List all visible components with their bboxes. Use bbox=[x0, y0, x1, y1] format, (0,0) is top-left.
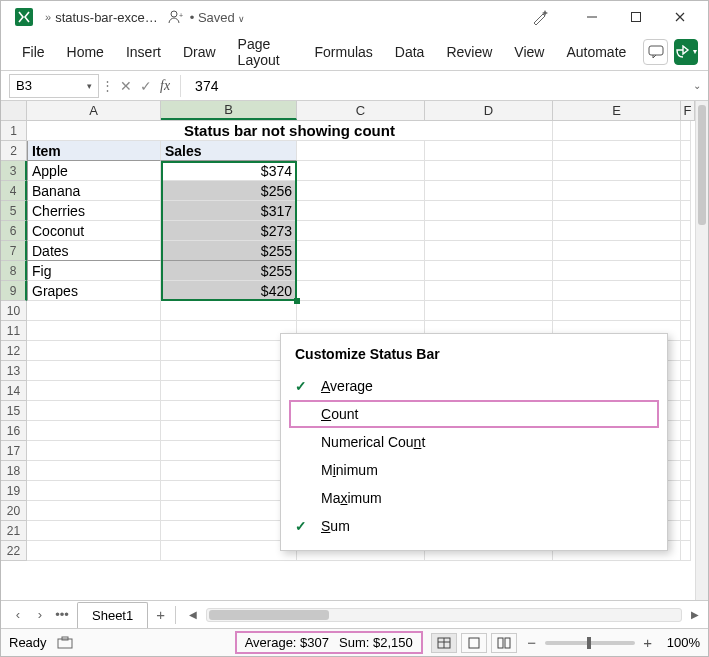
cell[interactable] bbox=[425, 281, 553, 301]
cell[interactable] bbox=[681, 201, 691, 221]
tab-draw[interactable]: Draw bbox=[172, 38, 227, 66]
cell[interactable] bbox=[297, 181, 425, 201]
cell[interactable] bbox=[297, 301, 425, 321]
cell[interactable] bbox=[297, 241, 425, 261]
cell[interactable] bbox=[27, 501, 161, 521]
col-header-f[interactable]: F bbox=[681, 101, 695, 120]
cell[interactable]: Sales bbox=[161, 141, 297, 161]
row-header[interactable]: 13 bbox=[1, 361, 27, 381]
col-header-b[interactable]: B bbox=[161, 101, 297, 120]
menu-item[interactable]: Maximum bbox=[281, 484, 667, 512]
cell[interactable] bbox=[681, 541, 691, 561]
cell[interactable] bbox=[553, 161, 681, 181]
row-header[interactable]: 8 bbox=[1, 261, 27, 281]
cell[interactable] bbox=[553, 121, 681, 141]
cell[interactable]: Fig bbox=[27, 261, 161, 281]
cell[interactable] bbox=[681, 401, 691, 421]
cell[interactable] bbox=[27, 461, 161, 481]
cell[interactable] bbox=[681, 161, 691, 181]
tab-home[interactable]: Home bbox=[56, 38, 115, 66]
row-header[interactable]: 17 bbox=[1, 441, 27, 461]
cell[interactable]: Item bbox=[27, 141, 161, 161]
menu-item[interactable]: Numerical Count bbox=[281, 428, 667, 456]
cell[interactable] bbox=[27, 321, 161, 341]
cell[interactable] bbox=[27, 341, 161, 361]
vertical-scrollbar[interactable] bbox=[695, 101, 708, 600]
row-header[interactable]: 7 bbox=[1, 241, 27, 261]
cell[interactable] bbox=[681, 461, 691, 481]
col-header-e[interactable]: E bbox=[553, 101, 681, 120]
cell[interactable] bbox=[553, 261, 681, 281]
cell[interactable]: Grapes bbox=[27, 281, 161, 301]
cell[interactable] bbox=[681, 421, 691, 441]
cell[interactable] bbox=[161, 441, 297, 461]
scroll-right-icon[interactable]: ▶ bbox=[688, 609, 702, 620]
page-break-view-button[interactable] bbox=[491, 633, 517, 653]
cell[interactable] bbox=[27, 521, 161, 541]
minimize-button[interactable] bbox=[570, 3, 614, 31]
row-header[interactable]: 12 bbox=[1, 341, 27, 361]
row-header[interactable]: 4 bbox=[1, 181, 27, 201]
menu-item[interactable]: ✓Sum bbox=[281, 512, 667, 540]
cell[interactable] bbox=[161, 481, 297, 501]
cell[interactable] bbox=[161, 381, 297, 401]
magic-brush-icon[interactable] bbox=[518, 3, 562, 31]
tab-page-layout[interactable]: Page Layout bbox=[227, 30, 304, 74]
zoom-out-button[interactable]: − bbox=[525, 634, 539, 651]
cell[interactable] bbox=[681, 261, 691, 281]
cell[interactable]: Dates bbox=[27, 241, 161, 261]
cell[interactable] bbox=[425, 141, 553, 161]
tab-file[interactable]: File bbox=[11, 38, 56, 66]
cell[interactable] bbox=[27, 381, 161, 401]
row-header[interactable]: 6 bbox=[1, 221, 27, 241]
scroll-left-icon[interactable]: ◀ bbox=[186, 609, 200, 620]
cell[interactable] bbox=[681, 341, 691, 361]
select-all-corner[interactable] bbox=[1, 101, 27, 120]
tab-data[interactable]: Data bbox=[384, 38, 436, 66]
prev-sheet-button[interactable]: ‹ bbox=[7, 604, 29, 626]
cell[interactable]: Banana bbox=[27, 181, 161, 201]
zoom-slider-thumb[interactable] bbox=[587, 637, 591, 649]
cell[interactable] bbox=[553, 241, 681, 261]
cell[interactable]: $255 bbox=[161, 261, 297, 281]
tab-view[interactable]: View bbox=[503, 38, 555, 66]
cell[interactable] bbox=[161, 301, 297, 321]
menu-item[interactable]: Count bbox=[289, 400, 659, 428]
cell[interactable] bbox=[681, 221, 691, 241]
cell[interactable]: $273 bbox=[161, 221, 297, 241]
cell[interactable] bbox=[681, 441, 691, 461]
horizontal-scrollbar[interactable] bbox=[206, 608, 682, 622]
cell[interactable] bbox=[553, 141, 681, 161]
next-sheet-button[interactable]: › bbox=[29, 604, 51, 626]
col-header-c[interactable]: C bbox=[297, 101, 425, 120]
cell[interactable] bbox=[161, 501, 297, 521]
cell[interactable] bbox=[27, 421, 161, 441]
zoom-percent[interactable]: 100% bbox=[667, 635, 700, 650]
cell[interactable] bbox=[161, 461, 297, 481]
cell[interactable] bbox=[27, 301, 161, 321]
saved-status[interactable]: • Saved ∨ bbox=[190, 10, 246, 25]
cell[interactable] bbox=[425, 221, 553, 241]
cell[interactable] bbox=[161, 541, 297, 561]
cell[interactable] bbox=[553, 301, 681, 321]
tab-automate[interactable]: Automate bbox=[555, 38, 637, 66]
vdots-icon[interactable]: ⋮ bbox=[99, 78, 116, 93]
cell[interactable] bbox=[27, 481, 161, 501]
cell[interactable] bbox=[27, 401, 161, 421]
expand-formula-icon[interactable]: ⌄ bbox=[686, 80, 708, 91]
cell[interactable] bbox=[681, 141, 691, 161]
cell[interactable] bbox=[681, 481, 691, 501]
col-header-d[interactable]: D bbox=[425, 101, 553, 120]
scrollbar-thumb[interactable] bbox=[698, 105, 706, 225]
tab-formulas[interactable]: Formulas bbox=[303, 38, 383, 66]
col-header-a[interactable]: A bbox=[27, 101, 161, 120]
row-header[interactable]: 16 bbox=[1, 421, 27, 441]
row-header[interactable]: 10 bbox=[1, 301, 27, 321]
cell[interactable] bbox=[681, 301, 691, 321]
cell[interactable] bbox=[553, 221, 681, 241]
cell[interactable] bbox=[425, 241, 553, 261]
cell[interactable] bbox=[297, 221, 425, 241]
cell[interactable] bbox=[297, 261, 425, 281]
cell[interactable] bbox=[297, 201, 425, 221]
cell[interactable] bbox=[553, 201, 681, 221]
